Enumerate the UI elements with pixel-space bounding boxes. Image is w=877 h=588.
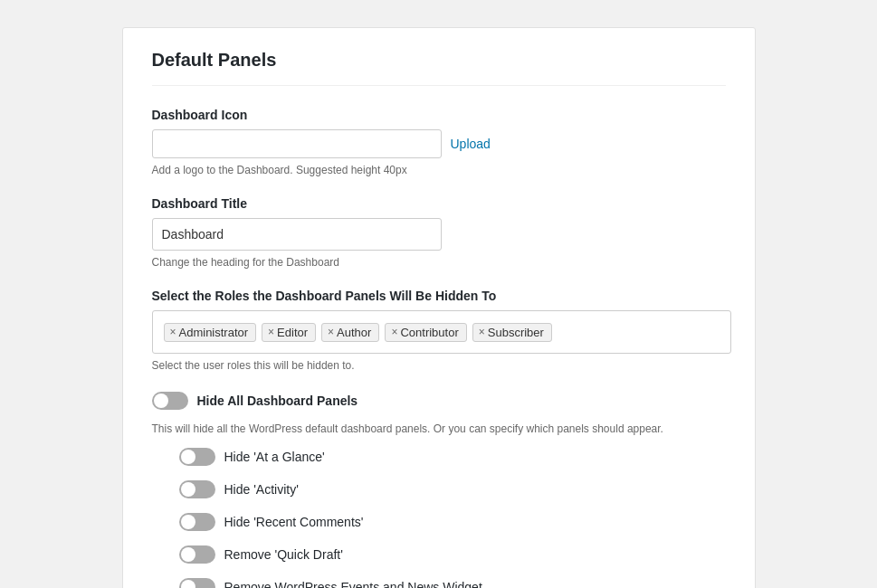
sub-toggle-row-at-a-glance: Hide 'At a Glance' xyxy=(179,448,726,466)
hide-all-label: Hide All Dashboard Panels xyxy=(197,394,358,408)
hide-all-hint: This will hide all the WordPress default… xyxy=(152,422,726,435)
dashboard-title-hint: Change the heading for the Dashboard xyxy=(152,256,726,269)
role-remove-subscriber[interactable]: × xyxy=(479,326,485,338)
role-label-editor: Editor xyxy=(277,326,308,339)
slider-wp-events xyxy=(179,578,215,588)
icon-input-row: Upload xyxy=(152,129,726,158)
slider-at-a-glance xyxy=(179,448,215,466)
toggle-quick-draft[interactable] xyxy=(179,545,215,564)
sub-toggle-row-recent-comments: Hide 'Recent Comments' xyxy=(179,513,726,531)
roles-box[interactable]: ×Administrator×Editor×Author×Contributor… xyxy=(152,310,731,354)
dashboard-icon-label: Dashboard Icon xyxy=(152,108,726,122)
toggle-wp-events[interactable] xyxy=(179,578,215,588)
sub-toggle-row-quick-draft: Remove 'Quick Draft' xyxy=(179,545,726,564)
role-tag-author: ×Author xyxy=(321,323,379,342)
label-quick-draft: Remove 'Quick Draft' xyxy=(224,547,343,562)
label-at-a-glance: Hide 'At a Glance' xyxy=(224,450,325,464)
role-remove-author[interactable]: × xyxy=(328,326,334,338)
label-recent-comments: Hide 'Recent Comments' xyxy=(224,515,364,529)
role-label-administrator: Administrator xyxy=(179,326,249,339)
role-tag-contributor: ×Contributor xyxy=(385,323,466,342)
dashboard-title-label: Dashboard Title xyxy=(152,196,726,211)
slider-recent-comments xyxy=(179,513,215,531)
role-remove-editor[interactable]: × xyxy=(268,326,274,338)
label-wp-events: Remove WordPress Events and News Widget xyxy=(224,580,482,588)
role-label-contributor: Contributor xyxy=(400,326,458,339)
role-tag-subscriber: ×Subscriber xyxy=(472,323,552,342)
dashboard-icon-input[interactable] xyxy=(152,129,442,158)
hide-all-toggle-row: Hide All Dashboard Panels xyxy=(152,392,726,410)
toggle-recent-comments[interactable] xyxy=(179,513,215,531)
roles-hint: Select the user roles this will be hidde… xyxy=(152,359,726,372)
sub-toggle-row-activity: Hide 'Activity' xyxy=(179,480,726,498)
roles-label: Select the Roles the Dashboard Panels Wi… xyxy=(152,289,726,303)
hide-all-slider xyxy=(152,392,188,410)
sub-toggles-container: Hide 'At a Glance' Hide 'Activity' Hide … xyxy=(152,448,726,588)
slider-activity xyxy=(179,480,215,498)
role-tag-editor: ×Editor xyxy=(262,323,316,342)
dashboard-title-group: Dashboard Title Change the heading for t… xyxy=(152,196,726,269)
slider-quick-draft xyxy=(179,545,215,564)
role-remove-administrator[interactable]: × xyxy=(170,326,176,338)
toggle-at-a-glance[interactable] xyxy=(179,448,215,466)
settings-panel: Default Panels Dashboard Icon Upload Add… xyxy=(122,27,756,588)
label-activity: Hide 'Activity' xyxy=(224,482,299,497)
toggle-activity[interactable] xyxy=(179,480,215,498)
roles-group: Select the Roles the Dashboard Panels Wi… xyxy=(152,289,726,372)
page-title: Default Panels xyxy=(152,50,726,86)
dashboard-icon-group: Dashboard Icon Upload Add a logo to the … xyxy=(152,108,726,176)
hide-all-toggle[interactable] xyxy=(152,392,188,410)
role-label-subscriber: Subscriber xyxy=(488,326,544,339)
role-remove-contributor[interactable]: × xyxy=(391,326,397,338)
role-tag-administrator: ×Administrator xyxy=(164,323,257,342)
upload-link[interactable]: Upload xyxy=(451,137,491,151)
dashboard-title-input[interactable] xyxy=(152,218,442,251)
role-label-author: Author xyxy=(337,326,371,339)
dashboard-icon-hint: Add a logo to the Dashboard. Suggested h… xyxy=(152,164,726,176)
sub-toggle-row-wp-events: Remove WordPress Events and News Widget xyxy=(179,578,726,588)
